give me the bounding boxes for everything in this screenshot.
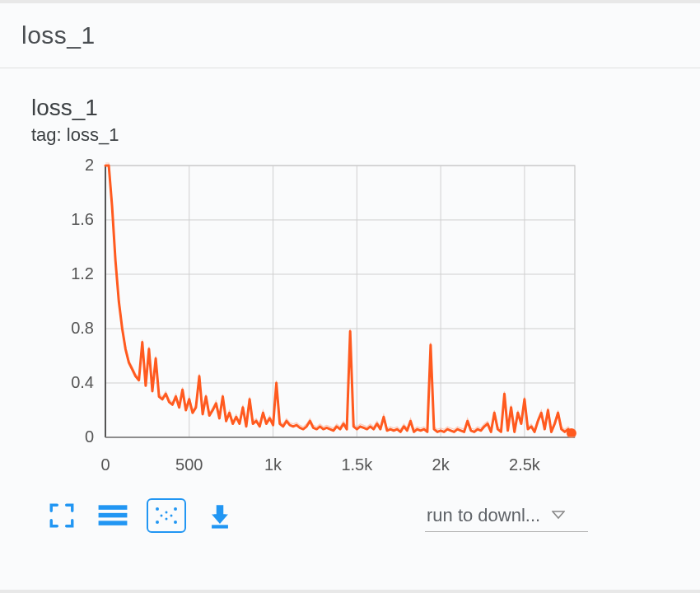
svg-point-27 — [567, 428, 576, 438]
svg-rect-30 — [99, 513, 128, 518]
svg-text:0: 0 — [85, 427, 94, 446]
svg-text:2k: 2k — [432, 455, 450, 474]
tag-value: loss_1 — [67, 124, 119, 145]
svg-point-35 — [174, 521, 177, 524]
tag-prefix: tag: — [31, 124, 67, 145]
fullscreen-icon — [48, 502, 76, 530]
download-icon — [206, 502, 234, 530]
fit-domain-button[interactable] — [147, 498, 186, 533]
section-header: loss_1 — [0, 3, 700, 68]
card-subtitle: tag: loss_1 — [31, 124, 700, 146]
section-title: loss_1 — [21, 21, 700, 49]
run-download-select-label: run to downl... — [427, 505, 540, 526]
svg-point-38 — [161, 515, 163, 517]
svg-rect-31 — [99, 521, 128, 525]
svg-text:2: 2 — [85, 157, 94, 174]
page: loss_1 loss_1 tag: loss_1 00.40.81.21.62… — [0, 0, 700, 593]
chevron-down-icon — [552, 508, 565, 523]
svg-text:1.5k: 1.5k — [341, 455, 373, 474]
list-lines-icon — [97, 502, 128, 530]
chart-toolbar: run to downl... — [44, 498, 588, 533]
svg-point-34 — [156, 521, 159, 524]
card-title: loss_1 — [31, 95, 700, 121]
svg-text:0.8: 0.8 — [71, 319, 94, 337]
chart[interactable]: 00.40.81.21.6205001k1.5k2k2.5k — [31, 157, 608, 487]
svg-text:2.5k: 2.5k — [509, 455, 541, 474]
svg-point-33 — [174, 507, 177, 511]
download-button[interactable] — [203, 498, 237, 533]
bottom-divider — [0, 590, 700, 593]
svg-text:0: 0 — [100, 455, 110, 474]
svg-point-37 — [166, 518, 168, 521]
svg-text:500: 500 — [175, 455, 203, 474]
svg-text:0.4: 0.4 — [71, 373, 94, 391]
run-download-select[interactable]: run to downl... — [425, 500, 588, 532]
chart-svg: 00.40.81.21.6205001k1.5k2k2.5k — [31, 157, 608, 487]
svg-text:1.6: 1.6 — [71, 210, 94, 228]
svg-text:1k: 1k — [264, 455, 282, 474]
chart-card: loss_1 tag: loss_1 00.40.81.21.6205001k1… — [0, 68, 700, 533]
show-all-runs-button[interactable] — [96, 498, 130, 533]
svg-rect-29 — [99, 505, 128, 510]
fit-domain-icon — [154, 506, 179, 525]
svg-point-39 — [170, 515, 173, 517]
svg-text:1.2: 1.2 — [71, 264, 94, 282]
svg-point-32 — [156, 507, 159, 511]
svg-rect-40 — [212, 525, 228, 528]
svg-point-36 — [166, 511, 168, 514]
fullscreen-button[interactable] — [44, 498, 79, 533]
